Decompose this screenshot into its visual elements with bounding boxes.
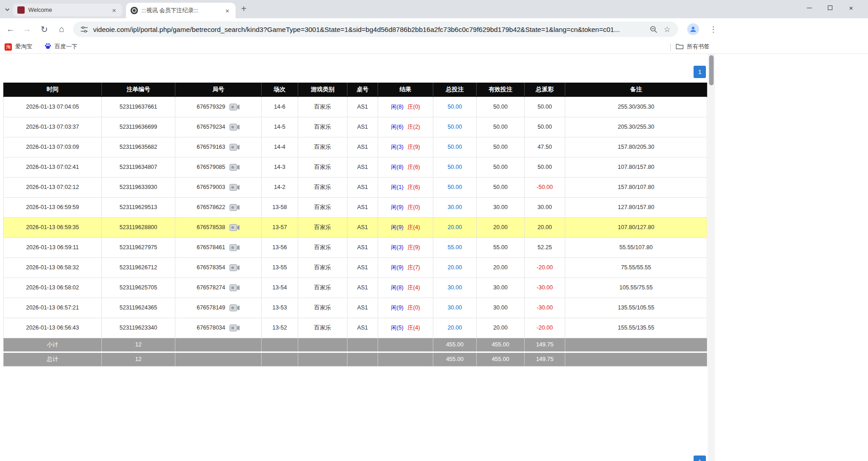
tab-bet-records[interactable]: :::视讯 会员下注纪录::: × xyxy=(126,3,236,18)
table-row[interactable]: 2026-01-13 06:56:43 523119623340 6765780… xyxy=(4,318,707,338)
summary-empty-cell xyxy=(298,352,347,366)
page-content: 1 时间 注单编号 局号 场次 游戏类别 桌号 结果 总投注 有效投注 总派彩 … xyxy=(0,54,868,461)
site-settings-tune-icon[interactable] xyxy=(79,25,89,34)
table-row[interactable]: 2026-01-13 06:59:35 523119628800 6765785… xyxy=(4,217,707,237)
cell-time: 2026-01-13 06:57:21 xyxy=(4,298,102,318)
bet-records-table: 时间 注单编号 局号 场次 游戏类别 桌号 结果 总投注 有效投注 总派彩 备注… xyxy=(3,83,707,367)
total-bet-link[interactable]: 55.00 xyxy=(447,244,462,251)
cell-result: 闲(9) 庄(0) xyxy=(378,298,433,318)
bookmark-star-icon[interactable]: ☆ xyxy=(663,25,672,34)
cell-game-type: 百家乐 xyxy=(298,298,347,318)
cell-total-bet: 50.00 xyxy=(433,137,477,157)
address-bar[interactable]: videoie.com/ipl/portal.php/game/betrecor… xyxy=(73,21,678,37)
home-icon[interactable]: ⌂ xyxy=(55,18,68,40)
bookmark-label: 爱淘宝 xyxy=(15,43,32,51)
video-replay-icon[interactable] xyxy=(229,324,240,332)
new-tab-button[interactable]: + xyxy=(241,4,247,14)
close-window-button[interactable]: × xyxy=(841,0,862,16)
url-text[interactable]: videoie.com/ipl/portal.php/game/betrecor… xyxy=(93,26,644,33)
total-bet-link[interactable]: 20.00 xyxy=(447,325,462,331)
round-id-text: 676578461 xyxy=(197,244,226,251)
subtotal-payout: 149.75 xyxy=(525,338,565,352)
total-bet-link[interactable]: 50.00 xyxy=(447,164,462,170)
video-replay-icon[interactable] xyxy=(229,103,240,111)
total-bet-link[interactable]: 20.00 xyxy=(447,224,462,230)
folder-icon xyxy=(676,43,684,51)
scrollbar[interactable] xyxy=(708,54,715,461)
cell-game-type: 百家乐 xyxy=(298,137,347,157)
table-row[interactable]: 2026-01-13 07:04:05 523119637661 6765793… xyxy=(4,97,707,117)
total-bet-link[interactable]: 30.00 xyxy=(447,304,462,311)
cell-remark: 107.80/157.80 xyxy=(565,157,707,177)
pagination-button-bottom[interactable]: 1 xyxy=(694,456,706,461)
forward-icon[interactable]: → xyxy=(20,18,34,40)
tab-search-chevron-icon[interactable] xyxy=(4,6,11,13)
column-header-total-bet: 总投注 xyxy=(433,83,477,97)
table-row[interactable]: 2026-01-13 06:57:21 523119624365 6765781… xyxy=(4,298,707,318)
video-replay-icon[interactable] xyxy=(229,123,240,131)
total-bet-link[interactable]: 50.00 xyxy=(447,144,462,150)
video-replay-icon[interactable] xyxy=(229,183,240,192)
video-replay-icon[interactable] xyxy=(229,143,240,152)
tab-title: :::视讯 会员下注纪录::: xyxy=(142,7,220,15)
cell-result: 闲(1) 庄(6) xyxy=(378,177,433,197)
cell-total-bet: 50.00 xyxy=(433,97,477,117)
table-row[interactable]: 2026-01-13 07:02:12 523119633930 6765790… xyxy=(4,177,707,197)
total-label: 总计 xyxy=(4,352,102,366)
video-replay-icon[interactable] xyxy=(229,203,240,212)
result-banker: 庄(6) xyxy=(407,184,420,190)
total-bet-link[interactable]: 50.00 xyxy=(447,124,462,130)
maximize-button[interactable] xyxy=(820,0,841,16)
tab-welcome[interactable]: Welcome × xyxy=(13,4,122,16)
cell-time: 2026-01-13 06:59:35 xyxy=(4,217,102,237)
total-valid-bet: 455.00 xyxy=(477,352,525,366)
cell-round-id: 676579329 xyxy=(175,97,262,117)
table-row[interactable]: 2026-01-13 07:03:37 523119636699 6765792… xyxy=(4,117,707,137)
total-bet-link[interactable]: 30.00 xyxy=(447,284,462,291)
cell-total-bet: 20.00 xyxy=(433,318,477,338)
refresh-icon[interactable]: ↻ xyxy=(37,18,51,40)
video-replay-icon[interactable] xyxy=(229,283,240,292)
back-icon[interactable]: ← xyxy=(4,18,17,40)
tab-close-icon[interactable]: × xyxy=(110,6,118,14)
bookmark-taobao[interactable]: 淘 爱淘宝 xyxy=(5,43,32,51)
scrollbar-thumb[interactable] xyxy=(709,55,714,85)
total-bet-link[interactable]: 20.00 xyxy=(447,264,462,271)
video-replay-icon[interactable] xyxy=(229,163,240,172)
video-replay-icon[interactable] xyxy=(229,243,240,252)
bookmark-baidu[interactable]: 百度一下 xyxy=(44,42,78,51)
tab-close-icon[interactable]: × xyxy=(224,7,231,15)
cell-session: 13-58 xyxy=(262,197,298,217)
minimize-button[interactable] xyxy=(799,0,820,16)
table-row[interactable]: 2026-01-13 06:59:59 523119629513 6765786… xyxy=(4,197,707,217)
all-bookmarks-button[interactable]: 所有书签 xyxy=(676,43,710,51)
table-row[interactable]: 2026-01-13 06:58:02 523119625705 6765782… xyxy=(4,278,707,298)
cell-payout: 47.50 xyxy=(525,137,565,157)
video-replay-icon[interactable] xyxy=(229,263,240,272)
profile-avatar[interactable] xyxy=(687,23,699,35)
cell-total-bet: 50.00 xyxy=(433,177,477,197)
column-header-result: 结果 xyxy=(378,83,433,97)
result-banker: 庄(0) xyxy=(407,204,420,210)
table-row[interactable]: 2026-01-13 07:03:09 523119635682 6765791… xyxy=(4,137,707,157)
video-replay-icon[interactable] xyxy=(229,304,240,312)
table-row[interactable]: 2026-01-13 06:59:11 523119627975 6765784… xyxy=(4,237,707,257)
cell-result: 闲(8) 庄(4) xyxy=(378,278,433,298)
zoom-icon[interactable] xyxy=(649,25,658,34)
pagination-button-top[interactable]: 1 xyxy=(694,66,706,78)
cell-table-no: AS1 xyxy=(347,97,378,117)
table-row[interactable]: 2026-01-13 07:02:41 523119634807 6765790… xyxy=(4,157,707,177)
tab-favicon-welcome-icon xyxy=(17,6,25,14)
cell-game-type: 百家乐 xyxy=(298,197,347,217)
total-bet-link[interactable]: 50.00 xyxy=(447,184,462,190)
total-payout: 149.75 xyxy=(525,352,565,366)
browser-menu-icon[interactable]: ⋮ xyxy=(707,18,719,40)
round-id-text: 676578149 xyxy=(197,304,226,311)
video-replay-icon[interactable] xyxy=(229,223,240,232)
table-row[interactable]: 2026-01-13 06:58:32 523119626712 6765783… xyxy=(4,257,707,278)
total-bet-link[interactable]: 50.00 xyxy=(447,104,462,110)
total-bet-link[interactable]: 30.00 xyxy=(447,204,462,210)
cell-round-id: 676578274 xyxy=(175,278,262,298)
cell-round-id: 676579085 xyxy=(175,157,262,177)
result-player: 闲(1) xyxy=(391,184,404,190)
